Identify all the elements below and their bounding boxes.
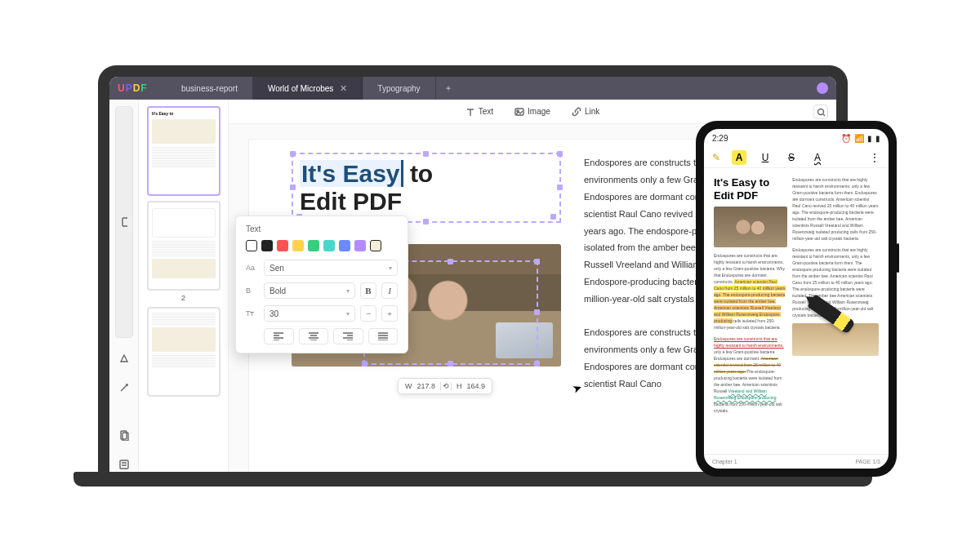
weight-select[interactable]: Bold ▾ (264, 282, 355, 299)
chevron-down-icon: ▾ (346, 287, 350, 295)
align-center-button[interactable] (299, 328, 329, 344)
phone-photo-2 (792, 323, 879, 356)
page-heading[interactable]: It's Easy to Edit PDF (300, 160, 553, 216)
rotate-icon[interactable]: ⟲ (440, 382, 452, 390)
more-menu-icon[interactable]: ⋮ (870, 152, 880, 163)
wifi-icon: 📶 (854, 134, 864, 143)
tab-bar: UPDF business-report World of Microbes ✕… (109, 77, 836, 100)
thumbnail-page-1[interactable]: It's Easy to (147, 106, 220, 196)
rail-edit-icon[interactable] (115, 379, 133, 397)
strikethrough-tool[interactable]: S (784, 150, 799, 165)
heading-edit-box[interactable]: It's Easy to Edit PDF (292, 153, 561, 223)
tool-image[interactable]: Image (514, 107, 550, 117)
rail-highlight-icon[interactable] (115, 349, 133, 367)
signal-icon: ▮ (867, 134, 872, 143)
bold-button[interactable]: B (360, 282, 376, 299)
heading-highlight: It's Easy (300, 160, 403, 187)
page-thumbnails: It's Easy to 2 (139, 100, 229, 473)
phone-frame: 2:29 ⏰ 📶 ▮ ▮ ✎ A U S A ⋮ It's Easy toEdi… (696, 121, 897, 477)
phone-annot-toolbar: ✎ A U S A ⋮ (704, 147, 889, 168)
cursor-icon: ➤ (571, 380, 585, 395)
size-h-value: 164.9 (467, 382, 486, 390)
font-row-label: Aa (246, 264, 259, 272)
tab-label: Typography (377, 84, 420, 93)
font-value: Sen (270, 264, 284, 273)
size-select[interactable]: 30 ▾ (264, 305, 355, 322)
squiggly-tool[interactable]: A (810, 150, 825, 165)
phone-document[interactable]: It's Easy toEdit PDF Endospores are cons… (704, 168, 889, 454)
tool-link-label: Link (585, 107, 599, 116)
phone-para-left: Endospores are constructs that are highl… (714, 252, 787, 331)
battery-icon: ▮ (875, 134, 880, 143)
chevron-down-icon: ▾ (346, 310, 350, 318)
alarm-icon: ⏰ (841, 134, 851, 143)
color-swatches (246, 240, 398, 251)
swatch-blue[interactable] (339, 240, 350, 251)
thumbnail-page-2[interactable] (147, 201, 220, 291)
swatch-green[interactable] (308, 240, 319, 251)
size-increase-button[interactable]: + (381, 305, 398, 322)
phone-screen: 2:29 ⏰ 📶 ▮ ▮ ✎ A U S A ⋮ It's Easy toEdi… (704, 129, 889, 469)
phone-footer-left: Chapter 1 (712, 459, 737, 464)
chevron-down-icon: ▾ (389, 264, 392, 272)
tool-text-label: Text (479, 107, 493, 116)
heading-line2: Edit PDF (300, 188, 402, 215)
size-decrease-button[interactable]: − (360, 305, 376, 322)
tab-label: business-report (181, 84, 238, 93)
weight-row-label: B (246, 287, 259, 295)
highlight-tool[interactable]: A (732, 150, 746, 165)
size-row-label: Tᴛ (246, 309, 259, 318)
tool-text[interactable]: Text (466, 107, 493, 117)
thumbnail-title: It's Easy to (152, 111, 216, 117)
pen-tool-icon[interactable]: ✎ (712, 152, 720, 163)
tab-business-report[interactable]: business-report (167, 77, 253, 100)
phone-footer-right: PAGE 1/3 (855, 459, 880, 464)
size-badge: W 217.8 ⟲ H 164.9 (398, 378, 492, 394)
size-w-value: 217.8 (417, 382, 436, 390)
font-select[interactable]: Sen ▾ (264, 260, 398, 276)
phone-time: 2:29 (712, 134, 728, 143)
underline-tool[interactable]: U (758, 150, 773, 165)
tab-typography[interactable]: Typography (363, 77, 435, 100)
phone-status-bar: 2:29 ⏰ 📶 ▮ ▮ (704, 129, 889, 147)
thumbnail-page-3[interactable] (147, 307, 220, 397)
close-icon[interactable]: ✕ (340, 83, 347, 94)
size-value: 30 (270, 309, 278, 318)
user-avatar[interactable] (817, 82, 828, 94)
tool-image-label: Image (528, 107, 550, 116)
svg-point-6 (817, 109, 823, 114)
swatch-red[interactable] (277, 240, 288, 251)
svg-rect-0 (122, 218, 127, 226)
tool-link[interactable]: Link (572, 107, 599, 117)
new-tab-button[interactable]: ＋ (436, 77, 461, 100)
tab-label: World of Microbes (268, 84, 333, 93)
align-left-button[interactable] (264, 328, 294, 344)
panel-title: Text (246, 224, 398, 233)
side-rail (109, 100, 139, 473)
swatch-black[interactable] (261, 240, 273, 251)
search-button[interactable] (813, 104, 828, 119)
phone-para-right: Endospores are constructs that are highl… (792, 176, 879, 242)
swatch-yellow[interactable] (292, 240, 304, 251)
phone-photo (714, 207, 787, 247)
tab-world-of-microbes[interactable]: World of Microbes ✕ (253, 77, 363, 100)
swatch-auto-icon[interactable] (246, 240, 257, 251)
phone-footer: Chapter 1 PAGE 1/3 (704, 454, 889, 469)
heading-rest1: to (403, 160, 434, 187)
phone-para-left2: Endospores are constructs that are highl… (714, 335, 787, 414)
weight-value: Bold (270, 287, 286, 295)
size-w-label: W (405, 382, 412, 390)
svg-rect-3 (120, 460, 128, 469)
align-row (246, 328, 398, 344)
swatch-custom-icon[interactable] (370, 240, 381, 251)
align-right-button[interactable] (333, 328, 363, 344)
align-justify-button[interactable] (368, 328, 399, 344)
italic-button[interactable]: I (381, 282, 398, 299)
swatch-teal[interactable] (323, 240, 335, 251)
rail-form-icon[interactable] (115, 455, 133, 473)
thumbnail-page-number: 2 (147, 294, 220, 302)
text-format-panel[interactable]: Text Aa Sen ▾ B (235, 216, 408, 353)
rail-reader-icon[interactable] (115, 106, 133, 338)
swatch-purple[interactable] (354, 240, 366, 251)
rail-pages-icon[interactable] (115, 426, 133, 444)
